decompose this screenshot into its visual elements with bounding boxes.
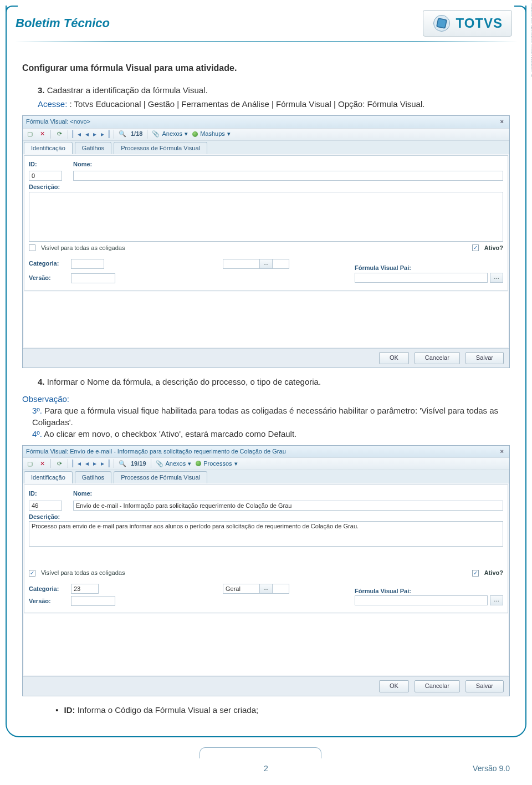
tab-processos[interactable]: Processos de Fórmula Visual [114,142,207,154]
formula-pai-label: Fórmula Visual Pai: [355,264,503,272]
tab-processos[interactable]: Processos de Fórmula Visual [114,471,207,483]
step-4-text: Informar o Nome da fórmula, a descrição … [47,377,321,386]
obs-2-text: Ao clicar em novo, o checkbox 'Ativo', e… [44,429,296,439]
nav-first-icon[interactable]: ▏◂ [73,130,81,139]
visivel-coligadas-checkbox[interactable] [29,570,35,577]
delete-icon[interactable]: ✕ [38,130,46,138]
breadcrumb-label: Acesse: [38,99,67,109]
nome-field[interactable] [73,501,503,511]
nav-prev-icon[interactable]: ◂ [85,459,89,468]
id-label: ID: [29,160,68,169]
dialog2-title: Fórmula Visual: Envio de e-mail - Inform… [26,447,286,456]
formula-pai-field[interactable] [355,273,488,283]
descricao-field[interactable] [29,192,503,242]
formula-pai-lookup-button[interactable]: … [490,595,503,605]
anexos-button[interactable]: 📎 Anexos ▾ [156,460,192,468]
processos-button[interactable]: Processos ▾ [196,460,237,468]
mashups-button[interactable]: Mashups ▾ [192,130,231,138]
bullet-id: ID: Informa o Código da Fórmula Visual a… [55,704,510,716]
dialog2-lower-area [24,614,508,675]
page-header: Boletim Técnico TOTVS [0,0,532,37]
step-3: 3. Cadastrar a identificação da fórmula … [38,84,510,96]
formula-pai-label: Fórmula Visual Pai: [355,587,503,595]
toolbar-sep [151,459,151,468]
nav-last-icon[interactable]: ▸▕ [101,459,109,468]
section-title: Configurar uma fórmula Visual para uma a… [22,62,510,74]
tab-identificacao[interactable]: Identificação [24,471,73,483]
dialog1-footer: OK Cancelar Salvar [23,348,509,367]
id-label: ID: [29,490,68,498]
pager-text: 19/19 [131,460,146,468]
obs-1-num: 3º. [32,406,42,415]
chevron-down-icon: ▾ [188,460,191,468]
descricao-label: Descrição: [29,183,503,191]
dialog1-toolbar: ▢ ✕ ⟳ ▏◂ ◂ ▸ ▸▕ 🔍 1/18 📎 Anexos ▾ Mashup… [23,128,509,141]
step-4: 4. Informar o Nome da fórmula, a descriç… [38,376,510,388]
toolbar-sep [68,459,68,468]
search-icon[interactable]: 🔍 [119,460,126,467]
nav-next-icon[interactable]: ▸ [93,130,96,139]
descricao-label: Descrição: [29,513,503,521]
chevron-down-icon: ▾ [227,130,231,138]
new-icon[interactable]: ▢ [26,460,34,467]
observacao-label: Observação: [22,393,510,405]
content: Configurar uma fórmula Visual para uma a… [0,42,532,721]
footer-tab-decoration [200,747,321,758]
toolbar-sep [50,459,51,468]
dialog1-lower-area [24,292,508,347]
chevron-down-icon: ▾ [185,130,188,138]
ok-button[interactable]: OK [379,352,409,364]
processos-label: Processos [203,460,232,468]
step-4-num: 4. [38,377,45,386]
dialog2-tabs: Identificação Gatilhos Processos de Fórm… [23,470,509,483]
formula-pai-lookup-button[interactable]: … [490,273,503,283]
cancelar-button[interactable]: Cancelar [415,680,460,692]
tab-gatilhos[interactable]: Gatilhos [75,471,111,483]
id-field[interactable] [29,171,62,181]
pager-text: 1/18 [131,130,142,138]
tab-identificacao[interactable]: Identificação [24,142,73,154]
ativo-checkbox[interactable] [472,244,479,251]
ok-button[interactable]: OK [379,680,409,692]
tab-gatilhos[interactable]: Gatilhos [75,142,111,154]
refresh-icon[interactable]: ⟳ [55,460,63,467]
breadcrumb-path: : Totvs Educacional | Gestão | Ferrament… [70,99,425,109]
visivel-coligadas-checkbox[interactable] [29,244,35,251]
nav-last-icon[interactable]: ▸▕ [101,130,109,139]
dialog1-tabs: Identificação Gatilhos Processos de Fórm… [23,141,509,154]
toolbar-sep [50,130,51,139]
toolbar-sep [114,130,114,139]
nome-field[interactable] [73,171,503,181]
breadcrumb: Acesse: : Totvs Educacional | Gestão | F… [38,98,510,110]
nav-prev-icon[interactable]: ◂ [85,130,89,139]
salvar-button[interactable]: Salvar [466,352,504,364]
new-icon[interactable]: ▢ [26,130,34,138]
attachment-icon: 📎 [156,460,163,468]
version-label: Versão 9.0 [473,764,510,773]
close-icon[interactable]: × [498,118,506,126]
doc-title: Boletim Técnico [16,16,110,30]
descricao-field[interactable]: Processo para envio de e-mail para infor… [29,521,503,547]
cancelar-button[interactable]: Cancelar [415,352,460,364]
bullet-id-text: Informa o Código da Fórmula Visual a ser… [78,705,259,715]
salvar-button[interactable]: Salvar [466,680,504,692]
step-3-num: 3. [38,85,45,95]
svg-rect-2 [437,19,446,28]
nav-next-icon[interactable]: ▸ [93,459,96,468]
search-icon[interactable]: 🔍 [119,130,126,138]
id-field[interactable] [29,501,62,511]
observacao-1: 3º. Para que a fórmula visual fique habi… [32,405,510,428]
dialog1-title: Fórmula Visual: <novo> [26,118,90,126]
anexos-label: Anexos [166,460,186,468]
nome-label: Nome: [73,160,503,169]
refresh-icon[interactable]: ⟳ [55,130,63,138]
dialog2-titlebar: Fórmula Visual: Envio de e-mail - Inform… [23,446,509,457]
anexos-button[interactable]: 📎 Anexos ▾ [152,130,188,138]
delete-icon[interactable]: ✕ [38,460,46,467]
bullet-id-label: ID: [64,705,75,715]
close-icon[interactable]: × [498,447,506,456]
mashups-icon [192,131,198,137]
formula-pai-field[interactable] [355,595,488,605]
nav-first-icon[interactable]: ▏◂ [73,459,81,468]
ativo-checkbox[interactable] [472,570,479,577]
